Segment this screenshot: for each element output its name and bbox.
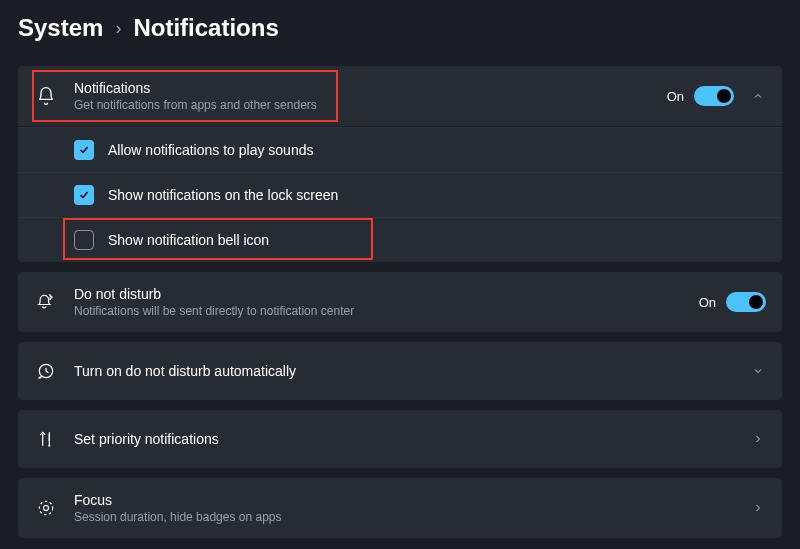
- focus-card[interactable]: Focus Session duration, hide badges on a…: [18, 478, 782, 538]
- chevron-right-icon[interactable]: [750, 502, 766, 514]
- notifications-toggle-label: On: [667, 89, 684, 104]
- option-lock-screen-label: Show notifications on the lock screen: [108, 187, 338, 203]
- moon-bell-icon: z: [34, 290, 58, 314]
- notifications-subtitle: Get notifications from apps and other se…: [74, 98, 651, 112]
- dnd-subtitle: Notifications will be sent directly to n…: [74, 304, 683, 318]
- settings-content: Notifications Get notifications from app…: [0, 50, 800, 538]
- focus-icon: [34, 496, 58, 520]
- option-play-sounds[interactable]: Allow notifications to play sounds: [18, 127, 782, 172]
- notifications-title: Notifications: [74, 80, 651, 96]
- notifications-options: Allow notifications to play sounds Show …: [18, 127, 782, 262]
- option-play-sounds-label: Allow notifications to play sounds: [108, 142, 313, 158]
- dnd-toggle-label: On: [699, 295, 716, 310]
- focus-title: Focus: [74, 492, 734, 508]
- breadcrumb-parent[interactable]: System: [18, 14, 103, 42]
- priority-title: Set priority notifications: [74, 431, 734, 447]
- dnd-card[interactable]: z Do not disturb Notifications will be s…: [18, 272, 782, 332]
- breadcrumb: System › Notifications: [0, 0, 800, 50]
- checkbox-checked[interactable]: [74, 140, 94, 160]
- option-lock-screen[interactable]: Show notifications on the lock screen: [18, 172, 782, 217]
- checkbox-checked[interactable]: [74, 185, 94, 205]
- dnd-auto-title: Turn on do not disturb automatically: [74, 363, 734, 379]
- svg-text:z: z: [49, 294, 51, 299]
- svg-point-2: [48, 445, 50, 447]
- priority-card[interactable]: Set priority notifications: [18, 410, 782, 468]
- dnd-auto-card[interactable]: Turn on do not disturb automatically: [18, 342, 782, 400]
- bell-icon: [34, 84, 58, 108]
- chevron-up-icon[interactable]: [750, 90, 766, 102]
- chevron-right-icon: ›: [115, 18, 121, 39]
- focus-subtitle: Session duration, hide badges on apps: [74, 510, 734, 524]
- option-bell-icon[interactable]: Show notification bell icon: [18, 217, 782, 262]
- priority-icon: [34, 427, 58, 451]
- dnd-toggle[interactable]: [726, 292, 766, 312]
- clock-icon: [34, 359, 58, 383]
- dnd-title: Do not disturb: [74, 286, 683, 302]
- svg-point-3: [39, 501, 52, 514]
- option-bell-icon-label: Show notification bell icon: [108, 232, 269, 248]
- svg-point-4: [44, 506, 49, 511]
- breadcrumb-current: Notifications: [133, 14, 278, 42]
- checkbox-unchecked[interactable]: [74, 230, 94, 250]
- dnd-toggle-wrap: On: [699, 292, 766, 312]
- notifications-header[interactable]: Notifications Get notifications from app…: [18, 66, 782, 126]
- chevron-right-icon[interactable]: [750, 433, 766, 445]
- notifications-toggle[interactable]: [694, 86, 734, 106]
- notifications-toggle-wrap: On: [667, 86, 734, 106]
- chevron-down-icon[interactable]: [750, 365, 766, 377]
